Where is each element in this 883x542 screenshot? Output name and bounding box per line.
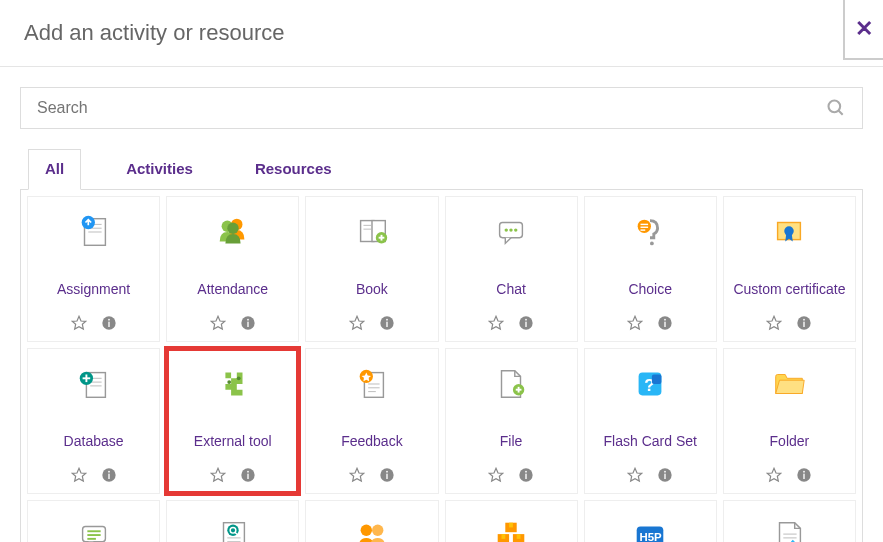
- info-icon[interactable]: [657, 315, 673, 331]
- card-actions: [210, 315, 256, 331]
- star-icon[interactable]: [71, 467, 87, 483]
- assignment-icon: [73, 211, 115, 253]
- close-icon: ✕: [855, 16, 873, 42]
- svg-rect-8: [108, 322, 109, 327]
- search-input[interactable]: [37, 99, 826, 117]
- activity-card-assignment[interactable]: Assignment: [27, 196, 160, 342]
- svg-point-42: [785, 226, 795, 236]
- star-icon[interactable]: [488, 467, 504, 483]
- activity-card-file[interactable]: File: [445, 348, 578, 494]
- activity-label: Assignment: [57, 271, 130, 307]
- svg-point-57: [237, 376, 241, 380]
- activity-card-choice[interactable]: Choice: [584, 196, 717, 342]
- svg-point-0: [829, 101, 841, 113]
- svg-point-83: [804, 471, 806, 473]
- info-icon[interactable]: [240, 315, 256, 331]
- card-actions: [766, 315, 812, 331]
- tabs: All Activities Resources: [20, 149, 863, 190]
- svg-line-1: [839, 111, 843, 115]
- activity-card-glossary[interactable]: [166, 500, 299, 542]
- tab-all[interactable]: All: [28, 149, 81, 190]
- search-icon[interactable]: [826, 98, 846, 118]
- star-icon[interactable]: [627, 315, 643, 331]
- feedback-icon: [351, 363, 393, 405]
- activity-card-h5p[interactable]: H5P: [584, 500, 717, 542]
- activity-label: Book: [356, 271, 388, 307]
- choice-icon: [629, 211, 671, 253]
- tab-activities[interactable]: Activities: [109, 149, 210, 190]
- card-actions: [488, 315, 534, 331]
- activity-card-page[interactable]: [723, 500, 856, 542]
- svg-rect-39: [665, 322, 666, 327]
- activity-card-forum[interactable]: [27, 500, 160, 542]
- page-icon: [768, 515, 810, 542]
- svg-point-33: [650, 242, 654, 246]
- modal-body: All Activities Resources AssignmentAtten…: [0, 67, 883, 542]
- info-icon[interactable]: [240, 467, 256, 483]
- star-icon[interactable]: [349, 315, 365, 331]
- star-icon[interactable]: [766, 315, 782, 331]
- activity-card-attendance[interactable]: Attendance: [166, 196, 299, 342]
- activity-card-folder[interactable]: Folder: [723, 348, 856, 494]
- info-icon[interactable]: [379, 467, 395, 483]
- star-icon[interactable]: [627, 467, 643, 483]
- svg-point-27: [505, 228, 508, 231]
- info-icon[interactable]: [796, 315, 812, 331]
- activity-label: Chat: [496, 271, 526, 307]
- info-icon[interactable]: [796, 467, 812, 483]
- info-icon[interactable]: [518, 315, 534, 331]
- forum-icon: [73, 515, 115, 542]
- activity-card-externaltool[interactable]: External tool: [166, 348, 299, 494]
- card-actions: [349, 315, 395, 331]
- activity-card-group[interactable]: [305, 500, 438, 542]
- activity-grid: AssignmentAttendanceBookChatChoiceCustom…: [20, 190, 863, 542]
- info-icon[interactable]: [101, 315, 117, 331]
- card-actions: [349, 467, 395, 483]
- svg-text:H5P: H5P: [640, 531, 663, 542]
- close-button[interactable]: ✕: [843, 0, 883, 60]
- packages-icon: [490, 515, 532, 542]
- info-icon[interactable]: [657, 467, 673, 483]
- info-icon[interactable]: [101, 467, 117, 483]
- svg-point-80: [664, 471, 666, 473]
- info-icon[interactable]: [379, 315, 395, 331]
- star-icon[interactable]: [349, 467, 365, 483]
- svg-rect-54: [108, 474, 109, 479]
- svg-point-45: [804, 319, 806, 321]
- activity-label: File: [500, 423, 523, 459]
- svg-rect-31: [525, 322, 526, 327]
- database-icon: [73, 363, 115, 405]
- chat-icon: [490, 211, 532, 253]
- activity-card-certificate[interactable]: Custom certificate: [723, 196, 856, 342]
- card-actions: [766, 467, 812, 483]
- file-icon: [490, 363, 532, 405]
- svg-rect-24: [386, 322, 387, 327]
- activity-card-book[interactable]: Book: [305, 196, 438, 342]
- card-actions: [627, 315, 673, 331]
- activity-card-database[interactable]: Database: [27, 348, 160, 494]
- svg-point-74: [525, 471, 527, 473]
- flashcard-icon: ?: [629, 363, 671, 405]
- certificate-icon: [768, 211, 810, 253]
- star-icon[interactable]: [210, 315, 226, 331]
- activity-card-chat[interactable]: Chat: [445, 196, 578, 342]
- activity-card-packages[interactable]: [445, 500, 578, 542]
- card-actions: [71, 467, 117, 483]
- star-icon[interactable]: [766, 467, 782, 483]
- activity-card-flashcard[interactable]: ?Flash Card Set: [584, 348, 717, 494]
- star-icon[interactable]: [210, 467, 226, 483]
- svg-point-40: [664, 319, 666, 321]
- card-actions: [210, 467, 256, 483]
- activity-card-feedback[interactable]: Feedback: [305, 348, 438, 494]
- star-icon[interactable]: [488, 315, 504, 331]
- activity-label: Custom certificate: [733, 271, 845, 307]
- svg-rect-82: [804, 474, 805, 479]
- star-icon[interactable]: [71, 315, 87, 331]
- svg-rect-79: [665, 474, 666, 479]
- info-icon[interactable]: [518, 467, 534, 483]
- svg-point-15: [247, 319, 249, 321]
- svg-rect-44: [804, 322, 805, 327]
- folder-icon: [768, 363, 810, 405]
- svg-point-28: [509, 228, 512, 231]
- tab-resources[interactable]: Resources: [238, 149, 349, 190]
